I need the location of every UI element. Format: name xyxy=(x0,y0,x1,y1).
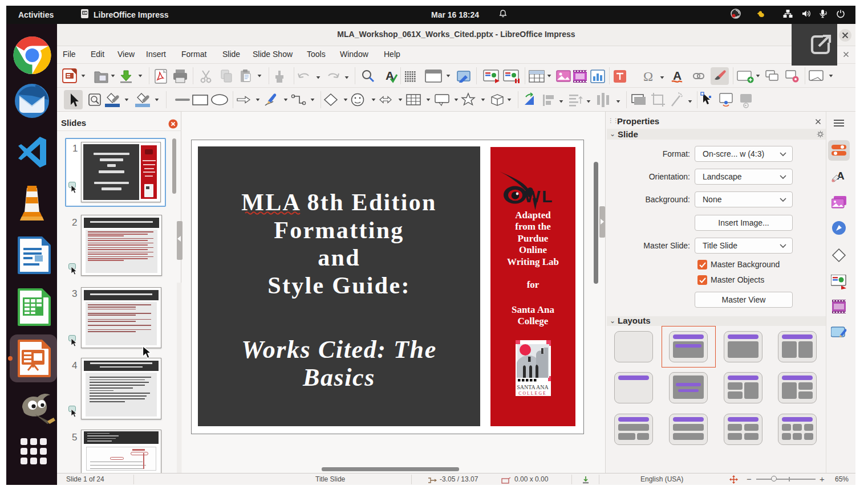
svg-text:A: A xyxy=(673,69,682,82)
svg-text:Ω: Ω xyxy=(643,70,653,84)
svg-text:W: W xyxy=(524,187,541,206)
svg-text:SANTA ANA: SANTA ANA xyxy=(517,384,549,390)
svg-text:L: L xyxy=(542,187,552,206)
svg-text:COLLEGE: COLLEGE xyxy=(518,391,547,396)
